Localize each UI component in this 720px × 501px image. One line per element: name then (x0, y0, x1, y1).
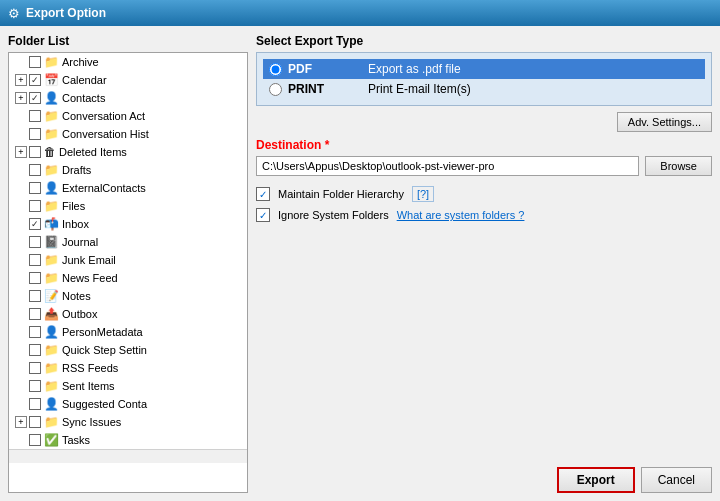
expand-sync-issues[interactable]: + (15, 416, 27, 428)
checkbox-outbox[interactable] (29, 308, 41, 320)
folder-item-person-metadata[interactable]: 👤PersonMetadata (9, 323, 247, 341)
folder-icon-conversation-hist: 📁 (44, 127, 59, 141)
export-option-print[interactable]: PRINT Print E-mail Item(s) (263, 79, 705, 99)
folder-label-sync-issues: Sync Issues (62, 416, 121, 428)
checkbox-archive[interactable] (29, 56, 41, 68)
checkbox-drafts[interactable] (29, 164, 41, 176)
adv-settings-button[interactable]: Adv. Settings... (617, 112, 712, 132)
folder-item-sync-issues[interactable]: +📁Sync Issues (9, 413, 247, 431)
folder-icon-archive: 📁 (44, 55, 59, 69)
folder-icon-notes: 📝 (44, 289, 59, 303)
right-panel: Select Export Type PDF Export as .pdf fi… (256, 34, 712, 493)
export-button[interactable]: Export (557, 467, 635, 493)
folder-item-contacts[interactable]: +👤Contacts (9, 89, 247, 107)
checkbox-sync-issues[interactable] (29, 416, 41, 428)
folder-label-sent-items: Sent Items (62, 380, 115, 392)
checkbox-deleted-items[interactable] (29, 146, 41, 158)
checkbox-person-metadata[interactable] (29, 326, 41, 338)
folder-icon-quick-step: 📁 (44, 343, 59, 357)
export-desc-print: Print E-mail Item(s) (368, 82, 471, 96)
left-panel: Folder List 📁Archive+📅Calendar+👤Contacts… (8, 34, 248, 493)
folder-item-deleted-items[interactable]: +🗑Deleted Items (9, 143, 247, 161)
browse-button[interactable]: Browse (645, 156, 712, 176)
folder-icon-journal: 📓 (44, 235, 59, 249)
folder-item-rss-feeds[interactable]: 📁RSS Feeds (9, 359, 247, 377)
folder-label-suggested-conta: Suggested Conta (62, 398, 147, 410)
options-section: Maintain Folder Hierarchy [?] Ignore Sys… (256, 182, 712, 226)
what-are-system-folders-link[interactable]: What are system folders ? (397, 209, 525, 221)
title-bar-icon: ⚙ (8, 6, 20, 21)
folder-item-notes[interactable]: 📝Notes (9, 287, 247, 305)
folder-item-files[interactable]: 📁Files (9, 197, 247, 215)
ignore-system-label: Ignore System Folders (278, 209, 389, 221)
folder-item-news-feed[interactable]: 📁News Feed (9, 269, 247, 287)
folder-icon-rss-feeds: 📁 (44, 361, 59, 375)
checkbox-journal[interactable] (29, 236, 41, 248)
export-option-pdf[interactable]: PDF Export as .pdf file (263, 59, 705, 79)
folder-icon-inbox: 📬 (44, 217, 59, 231)
folder-item-outbox[interactable]: 📤Outbox (9, 305, 247, 323)
checkbox-sent-items[interactable] (29, 380, 41, 392)
export-type-section: Select Export Type PDF Export as .pdf fi… (256, 34, 712, 106)
folder-item-archive[interactable]: 📁Archive (9, 53, 247, 71)
folder-item-drafts[interactable]: 📁Drafts (9, 161, 247, 179)
folder-label-external-contacts: ExternalContacts (62, 182, 146, 194)
checkbox-junk-email[interactable] (29, 254, 41, 266)
checkbox-contacts[interactable] (29, 92, 41, 104)
export-desc-pdf: Export as .pdf file (368, 62, 461, 76)
folder-label-outbox: Outbox (62, 308, 97, 320)
checkbox-rss-feeds[interactable] (29, 362, 41, 374)
checkbox-files[interactable] (29, 200, 41, 212)
folder-label-conversation-hist: Conversation Hist (62, 128, 149, 140)
folder-item-external-contacts[interactable]: 👤ExternalContacts (9, 179, 247, 197)
ignore-system-checkbox[interactable] (256, 208, 270, 222)
folder-item-inbox[interactable]: 📬Inbox (9, 215, 247, 233)
folder-item-sent-items[interactable]: 📁Sent Items (9, 377, 247, 395)
checkbox-conversation-act[interactable] (29, 110, 41, 122)
folder-label-journal: Journal (62, 236, 98, 248)
checkbox-suggested-conta[interactable] (29, 398, 41, 410)
expand-deleted-items[interactable]: + (15, 146, 27, 158)
folder-label-contacts: Contacts (62, 92, 105, 104)
adv-settings-row: Adv. Settings... (256, 112, 712, 132)
folder-item-calendar[interactable]: +📅Calendar (9, 71, 247, 89)
checkbox-news-feed[interactable] (29, 272, 41, 284)
export-label-print: PRINT (288, 82, 368, 96)
folder-label-rss-feeds: RSS Feeds (62, 362, 118, 374)
folder-item-journal[interactable]: 📓Journal (9, 233, 247, 251)
folder-icon-sent-items: 📁 (44, 379, 59, 393)
checkbox-conversation-hist[interactable] (29, 128, 41, 140)
radio-print[interactable] (269, 83, 282, 96)
maintain-hierarchy-checkbox[interactable] (256, 187, 270, 201)
folder-label-quick-step: Quick Step Settin (62, 344, 147, 356)
folder-icon-tasks: ✅ (44, 433, 59, 447)
expand-calendar[interactable]: + (15, 74, 27, 86)
checkbox-calendar[interactable] (29, 74, 41, 86)
folder-item-quick-step[interactable]: 📁Quick Step Settin (9, 341, 247, 359)
folder-item-conversation-hist[interactable]: 📁Conversation Hist (9, 125, 247, 143)
folder-icon-outbox: 📤 (44, 307, 59, 321)
checkbox-inbox[interactable] (29, 218, 41, 230)
folder-icon-calendar: 📅 (44, 73, 59, 87)
export-label-pdf: PDF (288, 62, 368, 76)
checkbox-tasks[interactable] (29, 434, 41, 446)
h-scroll-bar[interactable] (9, 449, 247, 463)
folder-list: 📁Archive+📅Calendar+👤Contacts📁Conversatio… (9, 53, 247, 449)
folder-label-inbox: Inbox (62, 218, 89, 230)
folder-list-container[interactable]: 📁Archive+📅Calendar+👤Contacts📁Conversatio… (8, 52, 248, 493)
cancel-button[interactable]: Cancel (641, 467, 712, 493)
maintain-hierarchy-row: Maintain Folder Hierarchy [?] (256, 186, 712, 202)
folder-item-suggested-conta[interactable]: 👤Suggested Conta (9, 395, 247, 413)
folder-item-junk-email[interactable]: 📁Junk Email (9, 251, 247, 269)
radio-pdf[interactable] (269, 63, 282, 76)
expand-contacts[interactable]: + (15, 92, 27, 104)
folder-list-title: Folder List (8, 34, 248, 48)
checkbox-external-contacts[interactable] (29, 182, 41, 194)
maintain-hierarchy-help[interactable]: [?] (412, 186, 434, 202)
destination-input[interactable] (256, 156, 639, 176)
checkbox-quick-step[interactable] (29, 344, 41, 356)
folder-item-conversation-act[interactable]: 📁Conversation Act (9, 107, 247, 125)
title-bar-title: Export Option (26, 6, 106, 20)
checkbox-notes[interactable] (29, 290, 41, 302)
folder-item-tasks[interactable]: ✅Tasks (9, 431, 247, 449)
